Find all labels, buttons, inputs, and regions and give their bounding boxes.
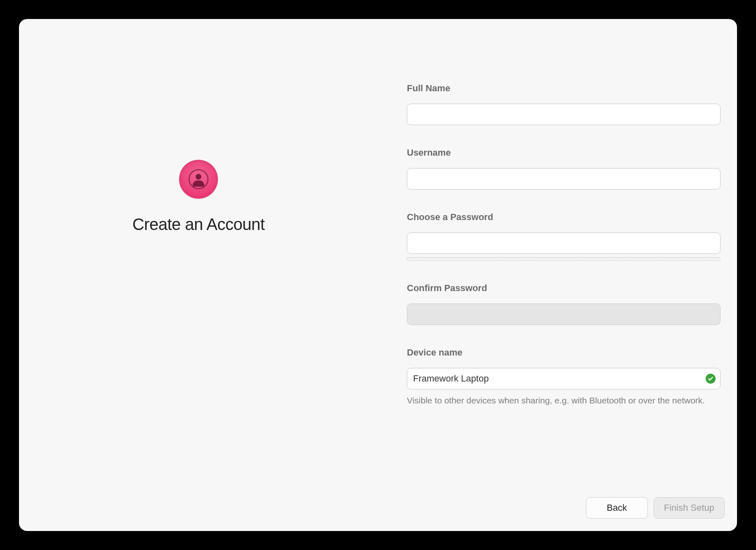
left-panel: Create an Account bbox=[19, 19, 378, 531]
password-input[interactable] bbox=[407, 232, 721, 254]
password-label: Choose a Password bbox=[407, 212, 721, 223]
full-name-group: Full Name bbox=[407, 83, 721, 125]
full-name-input[interactable] bbox=[407, 104, 721, 125]
page-title: Create an Account bbox=[132, 215, 265, 234]
form-panel: Full Name Username Choose a Password Con… bbox=[378, 19, 737, 531]
device-name-help: Visible to other devices when sharing, e… bbox=[407, 394, 721, 407]
password-group: Choose a Password bbox=[407, 212, 721, 261]
confirm-password-group: Confirm Password bbox=[407, 283, 721, 325]
account-avatar-icon bbox=[179, 160, 218, 199]
person-icon bbox=[189, 169, 208, 189]
device-name-input[interactable] bbox=[407, 368, 721, 389]
finish-setup-button: Finish Setup bbox=[654, 497, 725, 519]
confirm-password-input bbox=[407, 303, 721, 325]
device-name-group: Device name Visible to other devices whe… bbox=[407, 347, 721, 407]
full-name-label: Full Name bbox=[407, 83, 721, 94]
button-bar: Back Finish Setup bbox=[586, 497, 725, 519]
username-input[interactable] bbox=[407, 168, 721, 190]
checkmark-icon bbox=[706, 374, 716, 384]
device-name-label: Device name bbox=[407, 347, 721, 358]
confirm-password-label: Confirm Password bbox=[407, 283, 721, 294]
username-label: Username bbox=[407, 147, 721, 158]
password-strength-meter bbox=[407, 257, 721, 261]
back-button[interactable]: Back bbox=[586, 497, 648, 519]
device-name-input-wrap bbox=[407, 368, 721, 389]
setup-window: Create an Account Full Name Username Cho… bbox=[19, 19, 737, 531]
username-group: Username bbox=[407, 147, 721, 190]
